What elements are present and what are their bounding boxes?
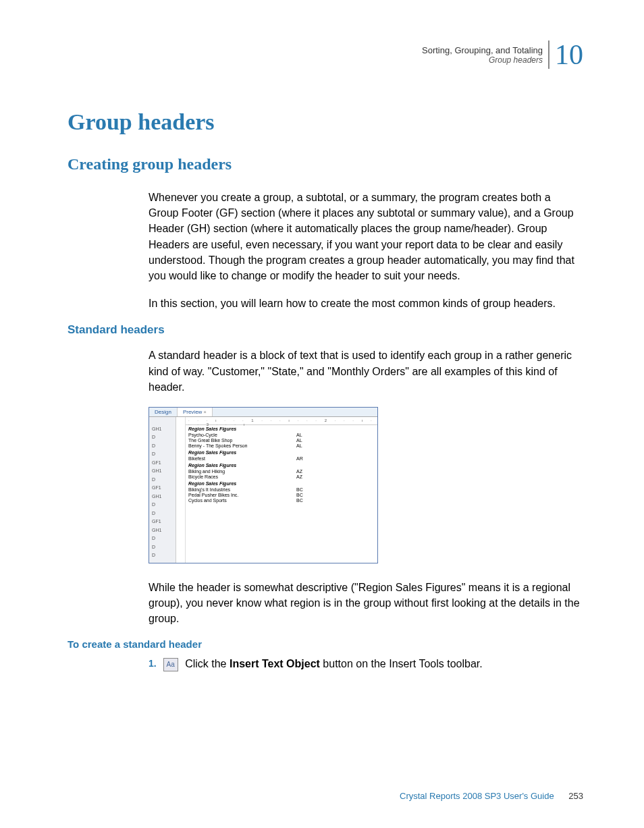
breadcrumb: Sorting, Grouping, and Totaling (422, 45, 543, 55)
gutter-label: D (152, 501, 173, 509)
detail-row: Benny - The Spokes PersonAL (186, 443, 377, 449)
detail-row: The Great Bike ShopAL (186, 438, 377, 443)
group-header-row: Region Sales Figures (186, 450, 377, 456)
tab-preview-label: Preview (183, 409, 202, 415)
paragraph-2: In this section, you will learn how to c… (149, 296, 583, 311)
group-header-row: Region Sales Figures (186, 481, 377, 487)
region-code: AZ (296, 469, 317, 474)
customer-name: Benny - The Spokes Person (188, 443, 296, 448)
detail-row: BikefestAR (186, 456, 377, 462)
page-number: 253 (568, 791, 583, 801)
procedure-heading: To create a standard header (68, 638, 583, 650)
gutter-label: D (152, 551, 173, 560)
group-title: Region Sales Figures (188, 450, 296, 455)
header-text: Sorting, Grouping, and Totaling Group he… (422, 45, 543, 65)
step-bold: Insert Text Object (230, 658, 320, 669)
chapter-number: 10 (548, 40, 583, 69)
gutter-label: GF1 (152, 484, 173, 493)
region-code: AZ (296, 474, 317, 479)
tab-preview: Preview× (178, 408, 213, 416)
customer-name: Cyclos and Sports (188, 498, 296, 503)
tab-design: Design (149, 408, 178, 416)
step-1: 1. Aa Click the Insert Text Object butto… (149, 657, 583, 671)
page-footer: Crystal Reports 2008 SP3 User's Guide 25… (400, 791, 583, 801)
gutter-label: D (152, 433, 173, 442)
screenshot-tabs: Design Preview× (149, 408, 377, 417)
region-code: BC (296, 493, 317, 497)
paragraph-1: Whenever you create a group, a subtotal,… (149, 190, 583, 283)
report-preview-screenshot: Design Preview× GH1 D D D GF1 GH1 D GF1 … (149, 407, 378, 563)
customer-name: Biking's It Industries (188, 487, 296, 492)
step-text: Aa Click the Insert Text Object button o… (163, 657, 483, 671)
report-content: · · · ı · · · 1 · · · ı · · · 2 · · · ı … (186, 417, 377, 563)
region-code: AL (296, 443, 317, 448)
detail-row: Bicycle RacesAZ (186, 474, 377, 480)
gutter-label: GH1 (152, 425, 173, 434)
book-title: Crystal Reports 2008 SP3 User's Guide (400, 791, 554, 801)
detail-row: Psycho-CycleAL (186, 433, 377, 438)
customer-name: The Great Bike Shop (188, 438, 296, 443)
gutter-label: GH1 (152, 467, 173, 476)
customer-name: Bicycle Races (188, 474, 296, 479)
gutter-label: GF1 (152, 518, 173, 526)
customer-name: Pedal Pusher Bikes Inc. (188, 493, 296, 497)
step-pre: Click the (182, 658, 230, 669)
gutter-label: D (152, 534, 173, 543)
detail-row: Biking and HikingAZ (186, 469, 377, 474)
detail-row: Pedal Pusher Bikes Inc.BC (186, 493, 377, 498)
vertical-ruler (176, 417, 186, 563)
gutter-label: D (152, 442, 173, 451)
gutter-label: GF1 (152, 459, 173, 468)
paragraph-3: A standard header is a block of text tha… (149, 348, 583, 395)
text-object-icon: Aa (163, 658, 178, 671)
heading-2: Creating group headers (68, 155, 583, 173)
heading-1: Group headers (68, 109, 583, 135)
step-number: 1. (149, 658, 157, 669)
header-section: Group headers (422, 55, 543, 65)
region-code: AL (296, 433, 317, 437)
gutter-label: D (152, 450, 173, 459)
step-post: button on the Insert Tools toolbar. (320, 658, 483, 669)
paragraph-4: While the header is somewhat descriptive… (149, 580, 583, 627)
region-code: AR (296, 456, 317, 461)
gutter-label: D (152, 509, 173, 518)
gutter-label: GH1 (152, 493, 173, 501)
gutter-label: D (152, 543, 173, 552)
gutter-label: GH1 (152, 526, 173, 535)
detail-row: Cyclos and SportsBC (186, 498, 377, 503)
region-code: BC (296, 487, 317, 492)
customer-name: Bikefest (188, 456, 296, 461)
group-header-row: Region Sales Figures (186, 463, 377, 468)
group-title: Region Sales Figures (188, 481, 296, 486)
page-header: Sorting, Grouping, and Totaling Group he… (68, 40, 583, 69)
close-icon: × (203, 409, 207, 415)
detail-row: Biking's It IndustriesBC (186, 487, 377, 493)
group-title: Region Sales Figures (188, 426, 296, 431)
region-code: AL (296, 438, 317, 443)
section-gutter: GH1 D D D GF1 GH1 D GF1 GH1 D D GF1 GH1 … (149, 417, 176, 563)
region-code: BC (296, 498, 317, 503)
horizontal-ruler: · · · ı · · · 1 · · · ı · · · 2 · · · ı … (186, 418, 377, 425)
heading-3: Standard headers (68, 323, 583, 337)
customer-name: Psycho-Cycle (188, 433, 296, 437)
group-header-row: Region Sales Figures (186, 426, 377, 432)
group-title: Region Sales Figures (188, 463, 296, 468)
customer-name: Biking and Hiking (188, 469, 296, 474)
gutter-label: D (152, 476, 173, 485)
